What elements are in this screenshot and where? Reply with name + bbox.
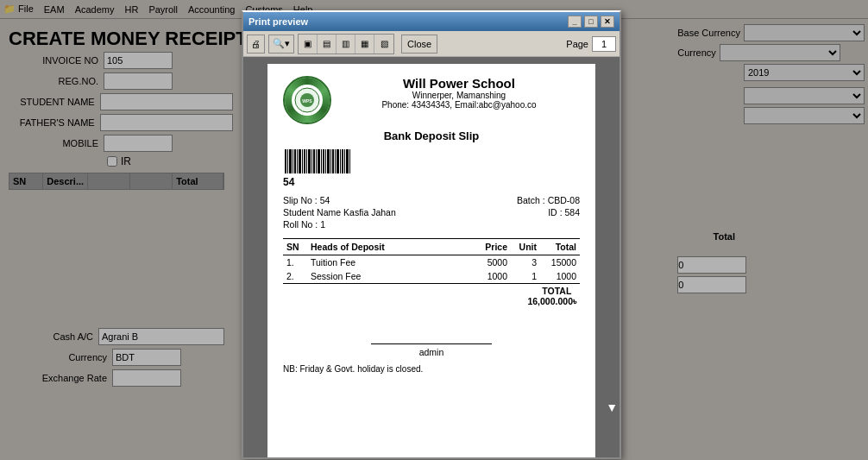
page-nav: Page bbox=[566, 36, 616, 52]
th-sn: SN bbox=[283, 239, 307, 255]
row1-head: Tuition Fee bbox=[307, 255, 468, 270]
school-address: Winnerper, Mamanshing bbox=[338, 91, 580, 100]
svg-rect-4 bbox=[287, 149, 288, 173]
modal-toolbar: 🖨 🔍▾ ▣ ▤ ▥ ▦ ▧ Close Page bbox=[243, 31, 620, 57]
svg-rect-10 bbox=[302, 149, 303, 173]
svg-rect-23 bbox=[332, 149, 334, 173]
logo-inner: WPS bbox=[285, 78, 330, 123]
modal-titlebar: Print preview _ □ ✕ bbox=[243, 12, 620, 31]
school-phone: Phone: 43434343, Email:abc@yahoo.co bbox=[338, 100, 580, 110]
total-amount: 16,000.000৳ bbox=[527, 296, 576, 306]
roll-no-value: 1 bbox=[320, 219, 325, 230]
id-label: ID bbox=[548, 207, 557, 217]
svg-rect-5 bbox=[289, 149, 292, 173]
layout-btn-3[interactable]: ▥ bbox=[337, 35, 355, 54]
layout-btn-2[interactable]: ▤ bbox=[318, 35, 337, 54]
nb-text: NB: Friday & Govt. holiday is closed. bbox=[283, 364, 580, 374]
barcode-number: 54 bbox=[283, 176, 294, 188]
school-name: Will Power School bbox=[338, 76, 580, 91]
toolbar-print-btn[interactable]: 🖨 bbox=[247, 35, 265, 54]
slip-no-row: Slip No : 54 bbox=[283, 195, 330, 205]
document-area[interactable]: WPS Will Power School Winnerper, Mamansh… bbox=[243, 57, 620, 457]
svg-rect-8 bbox=[297, 149, 298, 173]
page-label: Page bbox=[566, 39, 588, 49]
svg-rect-11 bbox=[304, 149, 305, 173]
paper-header: WPS Will Power School Winnerper, Mamansh… bbox=[283, 76, 580, 124]
svg-rect-30 bbox=[349, 149, 350, 173]
barcode-image bbox=[283, 149, 352, 175]
layout-btn-group: ▣ ▤ ▥ ▦ ▧ bbox=[298, 34, 394, 54]
student-name-label: Student Name bbox=[283, 207, 341, 217]
modal-minimize-btn[interactable]: _ bbox=[568, 16, 582, 28]
signature-name: admin bbox=[283, 347, 580, 357]
svg-rect-18 bbox=[321, 149, 322, 173]
app-background: 📁 File EAM Academy HR Payroll Accounting… bbox=[0, 0, 868, 460]
svg-rect-13 bbox=[308, 149, 311, 173]
paper: WPS Will Power School Winnerper, Mamansh… bbox=[267, 64, 595, 457]
school-info: Will Power School Winnerper, Mamanshing … bbox=[338, 76, 580, 110]
slip-title: Bank Deposit Slip bbox=[283, 129, 580, 142]
row1-sn: 1. bbox=[283, 255, 307, 270]
layout-btn-4[interactable]: ▦ bbox=[355, 35, 374, 54]
total-label-cell bbox=[283, 284, 511, 310]
modal-maximize-btn[interactable]: □ bbox=[584, 16, 598, 28]
id-row: ID : 584 bbox=[548, 207, 580, 217]
svg-rect-19 bbox=[323, 149, 324, 173]
svg-rect-22 bbox=[330, 149, 331, 173]
layout-btn-5[interactable]: ▧ bbox=[374, 35, 393, 54]
svg-rect-27 bbox=[342, 149, 343, 173]
svg-rect-6 bbox=[292, 149, 293, 173]
slip-no-label: Slip No bbox=[283, 195, 312, 205]
batch-row: Batch : CBD-08 bbox=[517, 195, 580, 205]
svg-rect-3 bbox=[285, 149, 286, 173]
svg-rect-9 bbox=[299, 149, 301, 173]
student-name-row: Student Name Kasfia Jahan bbox=[283, 207, 396, 217]
toolbar-zoom-btn[interactable]: 🔍▾ bbox=[268, 35, 294, 54]
svg-rect-15 bbox=[313, 149, 315, 173]
roll-no-row: Roll No : 1 bbox=[283, 219, 580, 230]
close-preview-btn[interactable]: Close bbox=[401, 35, 437, 54]
svg-rect-16 bbox=[316, 149, 317, 173]
school-logo: WPS bbox=[283, 76, 331, 124]
th-total: Total bbox=[540, 239, 580, 255]
signature-line bbox=[371, 343, 492, 344]
total-value-cell: TOTAL 16,000.000৳ bbox=[511, 284, 580, 310]
svg-rect-26 bbox=[340, 149, 341, 173]
layout-btn-1[interactable]: ▣ bbox=[299, 35, 318, 54]
batch-value: CBD-08 bbox=[548, 195, 580, 205]
svg-rect-17 bbox=[318, 149, 320, 173]
svg-rect-20 bbox=[325, 149, 326, 173]
th-unit: Unit bbox=[511, 239, 540, 255]
svg-rect-7 bbox=[294, 149, 296, 173]
row2-total: 1000 bbox=[540, 269, 580, 284]
row1-total: 15000 bbox=[540, 255, 580, 270]
batch-label: Batch bbox=[517, 195, 540, 205]
scroll-down-indicator: ▼ bbox=[606, 400, 618, 414]
svg-rect-14 bbox=[311, 149, 312, 173]
slip-details: Slip No : 54 Batch : CBD-08 Student Na bbox=[283, 195, 580, 230]
paper-footer: admin bbox=[283, 343, 580, 357]
id-value: 584 bbox=[564, 207, 580, 217]
roll-no-label: Roll No bbox=[283, 219, 312, 230]
student-name-value: Kasfia Jahan bbox=[343, 207, 396, 217]
modal-window-controls: _ □ ✕ bbox=[568, 16, 614, 28]
table-row-2: 2. Session Fee 1000 1 1000 bbox=[283, 269, 580, 284]
table-row-1: 1. Tuition Fee 5000 3 15000 bbox=[283, 255, 580, 270]
slip-no-value: 54 bbox=[320, 195, 330, 205]
svg-rect-29 bbox=[346, 149, 349, 173]
th-heads: Heads of Deposit bbox=[307, 239, 468, 255]
row2-head: Session Fee bbox=[307, 269, 468, 284]
receipt-table: SN Heads of Deposit Price Unit Total 1. … bbox=[283, 238, 580, 309]
barcode-area: 54 bbox=[283, 149, 580, 188]
row2-price: 1000 bbox=[468, 269, 511, 284]
th-price: Price bbox=[468, 239, 511, 255]
total-text: TOTAL bbox=[542, 286, 571, 296]
page-input[interactable] bbox=[592, 36, 616, 52]
row2-unit: 1 bbox=[511, 269, 540, 284]
svg-rect-25 bbox=[337, 149, 339, 173]
svg-rect-12 bbox=[306, 149, 307, 173]
modal-close-btn[interactable]: ✕ bbox=[601, 16, 614, 28]
table-total-row: TOTAL 16,000.000৳ bbox=[283, 284, 580, 310]
logo-center: WPS bbox=[292, 85, 323, 116]
svg-rect-21 bbox=[327, 149, 330, 173]
